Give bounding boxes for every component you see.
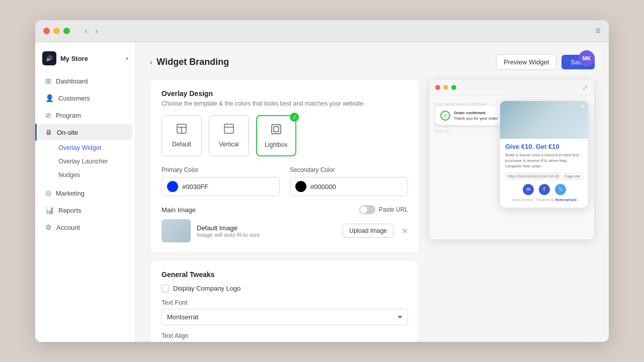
preview-tl-green: [451, 85, 456, 90]
paste-url-toggle[interactable]: [359, 205, 375, 214]
sub-nav-overlay-launcher[interactable]: Overlay Launcher: [53, 155, 135, 168]
marketing-icon: ◎: [45, 189, 51, 197]
text-font-select[interactable]: Montserrat Inter Roboto Open Sans Lato: [162, 309, 408, 325]
secondary-color-hex: #000000: [310, 183, 336, 191]
widget-image: ✕: [500, 101, 588, 139]
template-lightbox-label: Lightbox: [265, 141, 287, 148]
sidebar-item-label-marketing: Marketing: [56, 190, 85, 197]
display-logo-row: Display Company Logo: [162, 285, 408, 292]
sidebar-item-label-program: Program: [56, 112, 81, 119]
sidebar-item-onsite[interactable]: 🖥 On-site: [38, 124, 132, 140]
nav-item-wrapper-dashboard: ⊞ Dashboard: [35, 72, 135, 89]
store-name: My Store: [60, 55, 122, 62]
traffic-light-yellow[interactable]: [53, 28, 60, 34]
preview-widget-button[interactable]: Preview Widget: [496, 54, 556, 70]
sub-nav: Overlay Widget Overlay Launcher Nudges: [35, 141, 135, 182]
page-title-row: ‹ Widget Branding: [150, 57, 229, 67]
sub-nav-overlay-widget[interactable]: Overlay Widget: [53, 141, 135, 154]
widget-brand: ReferralYard: [555, 198, 577, 202]
general-tweaks-title: General Tweaks: [162, 270, 408, 279]
paste-url-label: Paste URL: [379, 206, 408, 213]
sub-nav-nudges[interactable]: Nudges: [53, 168, 135, 182]
onsite-icon: 🖥: [45, 128, 52, 136]
account-icon: ⚙: [45, 223, 52, 231]
secondary-color-group: Secondary Color #000000: [290, 166, 408, 196]
svg-rect-5: [272, 125, 281, 134]
share-twitter-icon[interactable]: 𝕏: [555, 184, 566, 195]
notif-title: Order confirmed: [454, 110, 498, 116]
template-vertical[interactable]: Vertical: [209, 115, 249, 156]
widget-heading: Give €10. Get €10: [505, 143, 583, 150]
secondary-color-input[interactable]: #000000: [290, 177, 408, 196]
widget-close-button[interactable]: ✕: [581, 103, 585, 110]
browser-nav-arrows: ‹ ›: [82, 26, 101, 37]
traffic-light-green[interactable]: [63, 28, 70, 34]
share-email-icon[interactable]: ✉: [523, 184, 534, 195]
template-lightbox[interactable]: ✓ Lightbox: [256, 115, 296, 156]
sidebar-item-dashboard[interactable]: ⊞ Dashboard: [38, 73, 132, 89]
sidebar-item-label-account: Account: [56, 224, 80, 231]
upload-image-button[interactable]: Upload Image: [343, 224, 393, 238]
share-facebook-icon[interactable]: f: [539, 184, 550, 195]
sidebar-item-label-customers: Customers: [58, 95, 90, 102]
selected-check-icon: ✓: [290, 113, 299, 122]
svg-rect-3: [224, 124, 233, 133]
image-preview-row: Default Image Image will auto fit to siz…: [162, 219, 408, 242]
preview-tl-yellow: [443, 85, 448, 90]
order-notification: ✓ Order confirmed Thank you for your ord…: [435, 106, 506, 125]
widget-copy-button[interactable]: Copy Link: [561, 173, 583, 179]
settings-panel: Overlay Design Choose the template & the…: [150, 79, 420, 342]
program-icon: ⊘: [45, 111, 51, 119]
template-vertical-icon: [223, 123, 235, 138]
sidebar-item-label-onsite: On-site: [57, 129, 78, 136]
preview-titlebar: ⤢: [429, 79, 594, 96]
user-avatar[interactable]: MK: [579, 50, 595, 66]
template-lightbox-icon: [270, 123, 282, 138]
widget-share-icons: ✉ f 𝕏: [505, 184, 583, 195]
widget-footer: Invite a friend · Powered by ReferralYar…: [505, 198, 583, 204]
hamburger-menu[interactable]: ≡: [595, 26, 601, 36]
overlay-design-subtitle: Choose the template & the colors that lo…: [162, 100, 408, 107]
browser-window: ‹ › ≡ 🔊 My Store ▾ ⊞ Dashboard 👤 Custom: [35, 20, 609, 342]
sidebar-item-marketing[interactable]: ◎ Marketing: [38, 185, 132, 201]
sidebar-item-program[interactable]: ⊘ Program: [38, 107, 132, 123]
widget-body: Give €10. Get €10 Refer a friend! Give a…: [500, 139, 588, 208]
forward-button[interactable]: ›: [93, 26, 100, 37]
store-header[interactable]: 🔊 My Store ▾: [35, 46, 135, 72]
top-right-area: MK: [579, 50, 595, 66]
template-default[interactable]: Default: [162, 115, 202, 156]
display-logo-checkbox[interactable]: [162, 285, 169, 292]
preview-tl-red: [435, 85, 440, 90]
paste-url-row: Paste URL: [359, 205, 408, 214]
preview-panel: ⤢ Your order was confirmed Thank you so …: [429, 79, 595, 342]
text-font-label: Text Font: [162, 299, 408, 306]
primary-color-swatch: [167, 181, 178, 192]
widget-popup: ✕ Give €10. Get €10 Refer a friend! Give…: [500, 101, 588, 208]
preview-window: ⤢ Your order was confirmed Thank you so …: [429, 79, 595, 240]
display-logo-label: Display Company Logo: [173, 285, 240, 292]
page-title: Widget Branding: [156, 57, 229, 67]
reports-icon: 📊: [45, 206, 54, 214]
browser-titlebar: ‹ › ≡: [35, 20, 609, 42]
sidebar-item-account[interactable]: ⚙ Account: [38, 219, 132, 235]
traffic-light-red[interactable]: [43, 28, 50, 34]
image-desc: Image will auto fit to size: [197, 232, 337, 238]
primary-color-input[interactable]: #0030FF: [162, 177, 280, 196]
sidebar-item-label-dashboard: Dashboard: [56, 77, 88, 85]
back-button[interactable]: ‹: [82, 26, 90, 37]
expand-preview-button[interactable]: ⤢: [582, 83, 588, 92]
customers-icon: 👤: [45, 94, 54, 102]
main-image-label: Main Image: [162, 206, 196, 214]
secondary-color-label: Secondary Color: [290, 166, 408, 173]
back-arrow[interactable]: ‹: [150, 58, 152, 67]
primary-color-hex: #0030FF: [182, 183, 208, 191]
overlay-design-title: Overlay Design: [162, 89, 408, 98]
general-tweaks-card: General Tweaks Display Company Logo Text…: [150, 260, 420, 342]
notif-check-icon: ✓: [440, 111, 450, 121]
sidebar-item-reports[interactable]: 📊 Reports: [38, 202, 132, 218]
sidebar-item-customers[interactable]: 👤 Customers: [38, 90, 132, 106]
remove-image-button[interactable]: ✕: [401, 226, 408, 236]
store-icon: 🔊: [42, 51, 56, 65]
text-align-group: Text Align Left Center Right: [162, 332, 408, 342]
template-default-icon: [176, 123, 188, 138]
